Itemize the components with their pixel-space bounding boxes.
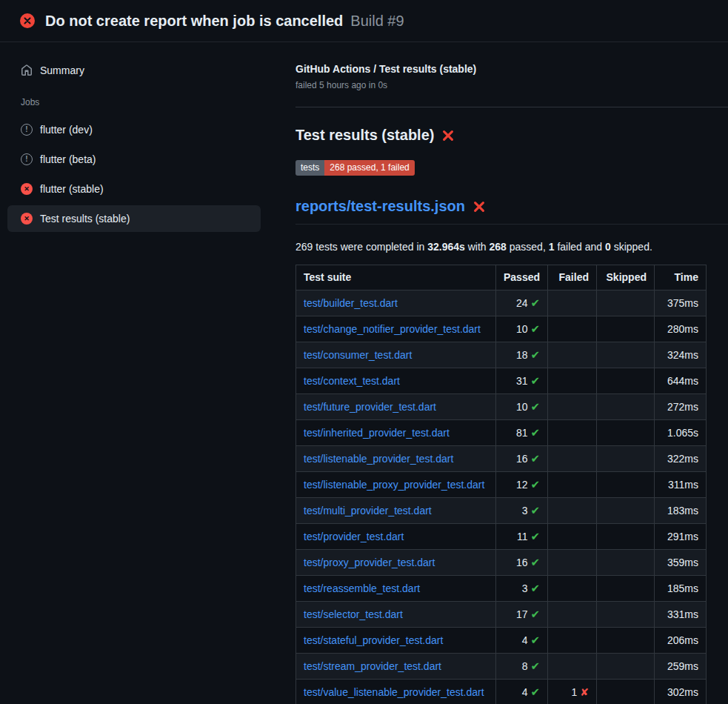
test-suite-link[interactable]: test/stream_provider_test.dart [304, 660, 441, 672]
test-suite-link[interactable]: test/multi_provider_test.dart [304, 505, 432, 517]
check-mark-icon: ✔ [530, 348, 540, 361]
time-cell: 291ms [655, 524, 707, 550]
column-header-skipped: Skipped [597, 265, 655, 290]
table-row: test/proxy_provider_test.dart16 ✔359ms [296, 550, 707, 576]
section-title-text: Test results (stable) [295, 127, 434, 144]
passed-cell: 31 ✔ [496, 368, 548, 394]
test-suite-cell: test/future_provider_test.dart [296, 394, 496, 420]
skipped-cell [597, 420, 655, 446]
summary-text: with [465, 241, 490, 253]
check-mark-icon: ✔ [530, 685, 540, 698]
check-mark-icon: ✔ [530, 556, 540, 568]
table-row: test/builder_test.dart24 ✔375ms [296, 290, 707, 316]
test-suite-link[interactable]: test/listenable_provider_test.dart [304, 453, 453, 465]
test-suite-cell: test/listenable_proxy_provider_test.dart [296, 472, 496, 498]
test-suite-link[interactable]: test/builder_test.dart [304, 297, 398, 309]
results-table-header-row: Test suitePassedFailedSkippedTime [296, 265, 707, 290]
column-header-test-suite: Test suite [296, 265, 496, 290]
time-cell: 280ms [655, 316, 707, 342]
skipped-cell [597, 576, 655, 602]
cross-mark-icon [472, 200, 486, 213]
time-cell: 375ms [655, 290, 707, 316]
failed-cell: 1 ✘ [548, 680, 597, 704]
table-row: test/multi_provider_test.dart3 ✔183ms [296, 498, 707, 524]
test-suite-link[interactable]: test/stateful_provider_test.dart [304, 634, 443, 646]
results-table-body: test/builder_test.dart24 ✔375mstest/chan… [296, 290, 707, 704]
skipped-cell [597, 602, 655, 628]
check-mark-icon: ✔ [530, 400, 540, 413]
sidebar: Summary Jobs !flutter (dev)!flutter (bet… [0, 42, 295, 235]
sidebar-item-flutter-beta[interactable]: !flutter (beta) [7, 146, 261, 173]
failed-cell [548, 628, 597, 654]
sidebar-item-test-results-stable[interactable]: ✕Test results (stable) [7, 205, 261, 232]
check-mark-icon: ✔ [530, 634, 540, 646]
sidebar-item-label: Test results (stable) [40, 213, 130, 225]
sidebar-jobs-list: !flutter (dev)!flutter (beta)✕flutter (s… [7, 116, 261, 232]
test-suite-cell: test/selector_test.dart [296, 602, 496, 628]
failed-cell [548, 368, 597, 394]
test-suite-cell: test/multi_provider_test.dart [296, 498, 496, 524]
passed-cell: 3 ✔ [496, 576, 548, 602]
time-cell: 644ms [655, 368, 707, 394]
failed-cell [548, 290, 597, 316]
skipped-cell [597, 342, 655, 368]
check-mark-icon: ✔ [530, 608, 540, 620]
test-suite-link[interactable]: test/inherited_provider_test.dart [304, 427, 450, 439]
failed-cell [548, 316, 597, 342]
time-cell: 183ms [655, 498, 707, 524]
test-suite-cell: test/proxy_provider_test.dart [296, 550, 496, 576]
column-header-failed: Failed [548, 265, 597, 290]
test-suite-link[interactable]: test/proxy_provider_test.dart [304, 557, 435, 568]
passed-cell: 81 ✔ [496, 420, 548, 446]
failed-cell [548, 472, 597, 498]
check-mark-icon: ✔ [530, 296, 540, 309]
table-row: test/selector_test.dart17 ✔331ms [296, 602, 707, 628]
badge-label: tests [295, 160, 324, 176]
table-row: test/listenable_proxy_provider_test.dart… [296, 472, 707, 498]
table-row: test/provider_test.dart11 ✔291ms [296, 524, 707, 550]
test-suite-link[interactable]: test/future_provider_test.dart [304, 401, 436, 413]
sidebar-item-flutter-stable[interactable]: ✕flutter (stable) [7, 176, 261, 202]
time-cell: 324ms [655, 342, 707, 368]
jobs-section-label: Jobs [21, 97, 261, 107]
column-header-passed: Passed [496, 265, 548, 290]
test-suite-cell: test/value_listenable_provider_test.dart [296, 680, 496, 704]
report-link[interactable]: reports/test-results.json [295, 198, 465, 215]
test-suite-link[interactable]: test/context_test.dart [304, 375, 400, 387]
sidebar-item-summary[interactable]: Summary [7, 57, 261, 84]
passed-cell: 10 ✔ [496, 394, 548, 420]
test-suite-cell: test/inherited_provider_test.dart [296, 420, 496, 446]
passed-cell: 24 ✔ [496, 290, 548, 316]
skipped-cell [597, 290, 655, 316]
passed-cell: 16 ✔ [496, 446, 548, 472]
table-row: test/inherited_provider_test.dart81 ✔1.0… [296, 420, 707, 446]
test-suite-link[interactable]: test/reassemble_test.dart [304, 582, 420, 594]
home-icon [21, 64, 33, 76]
check-mark-icon: ✔ [530, 478, 540, 491]
cross-mark-icon [441, 129, 455, 142]
skipped-cell [597, 498, 655, 524]
test-suite-link[interactable]: test/change_notifier_provider_test.dart [304, 323, 481, 335]
test-suite-link[interactable]: test/provider_test.dart [304, 531, 404, 542]
main-content: GitHub Actions / Test results (stable) f… [295, 42, 728, 704]
failed-cell [548, 420, 597, 446]
skipped-cell [597, 368, 655, 394]
passed-cell: 4 ✔ [496, 628, 548, 654]
time-cell: 272ms [655, 394, 707, 420]
test-suite-link[interactable]: test/listenable_proxy_provider_test.dart [304, 479, 484, 491]
passed-cell: 8 ✔ [496, 654, 548, 680]
cross-mark-icon: ✘ [580, 686, 589, 698]
sidebar-item-label: flutter (beta) [40, 153, 96, 165]
x-circle-icon: ✕ [21, 183, 33, 195]
sidebar-item-flutter-dev[interactable]: !flutter (dev) [7, 116, 261, 143]
time-cell: 359ms [655, 550, 707, 576]
alert-circle-icon: ! [21, 124, 33, 136]
failed-cell [548, 602, 597, 628]
time-cell: 322ms [655, 446, 707, 472]
test-suite-link[interactable]: test/value_listenable_provider_test.dart [304, 686, 484, 698]
skipped-cell [597, 628, 655, 654]
test-suite-link[interactable]: test/consumer_test.dart [304, 349, 412, 361]
test-suite-link[interactable]: test/selector_test.dart [304, 608, 403, 620]
summary-number: 32.964s [427, 241, 465, 253]
skipped-cell [597, 446, 655, 472]
